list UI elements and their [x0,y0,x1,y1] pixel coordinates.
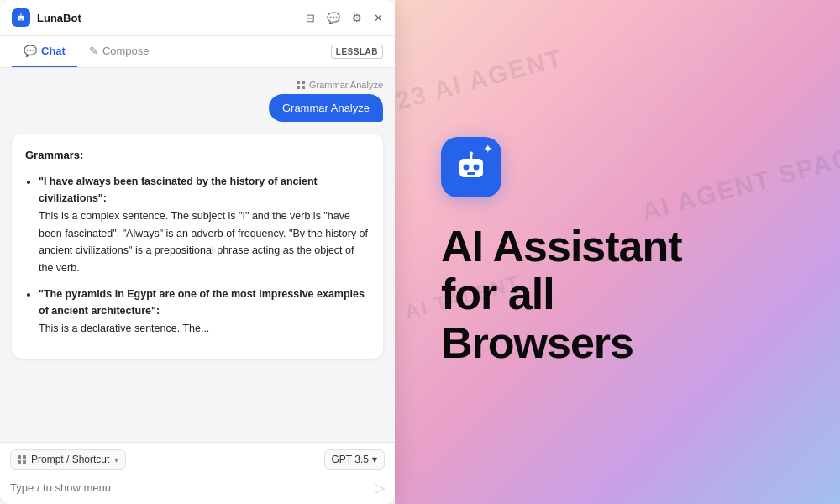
svg-point-8 [474,165,480,171]
input-row: ▷ [10,475,385,501]
bottom-toolbar: Prompt / Shortcut ▾ GPT 3.5 ▾ ▷ [0,442,395,504]
grammar-explanation-1: This is a complex sentence. The subject … [39,210,368,274]
svg-rect-9 [467,172,475,175]
grammar-item-2: "The pyramids in Egypt are one of the mo… [39,286,370,338]
close-icon[interactable]: ✕ [374,12,383,24]
hero-line-1: AI Assistant [441,223,682,270]
right-content: ✦ AI Assistant for all Browsers [441,137,794,367]
chat-tab-icon: 💬 [24,45,37,57]
user-message-container: Grammar Analyze Grammar Analyze [12,80,383,122]
settings-icon[interactable]: ⚙ [352,12,362,24]
prompt-chevron-icon: ▾ [114,455,118,465]
svg-point-1 [19,18,21,19]
hero-line-3: Browsers [441,319,682,367]
prompt-selector[interactable]: Prompt / Shortcut ▾ [10,449,126,470]
svg-point-5 [20,13,21,14]
grammar-quote-2: "The pyramids in Egypt are one of the mo… [39,288,365,318]
message-icon[interactable]: 💬 [327,12,340,24]
message-label: Grammar Analyze [297,80,383,90]
grammar-quote-1: "I have always been fascinated by the hi… [39,176,318,205]
gpt-label: GPT 3.5 [332,454,369,465]
svg-point-11 [470,152,473,155]
minimize-icon[interactable]: ⊟ [306,12,315,24]
grammar-item-1: "I have always been fascinated by the hi… [39,173,370,277]
title-bar: LunaBot ⊟ 💬 ⚙ ✕ [0,0,395,36]
compose-tab-icon: ✎ [89,45,98,57]
prompt-grid-icon [18,455,26,464]
window-controls: ⊟ 💬 ⚙ ✕ [306,12,383,24]
grammar-list: "I have always been fascinated by the hi… [25,173,370,338]
svg-point-7 [464,165,470,171]
tab-bar: 💬 Chat ✎ Compose LESSLAB [0,36,395,68]
svg-rect-3 [20,19,22,20]
user-message-label-text: Grammar Analyze [309,80,383,90]
svg-point-2 [22,18,24,19]
app-branding: LunaBot [12,8,81,27]
grid-icon [297,81,305,89]
send-button[interactable]: ▷ [375,480,385,496]
chat-input[interactable] [10,481,368,494]
app-name: LunaBot [37,12,81,24]
robot-icon [15,12,27,24]
chat-area[interactable]: Grammar Analyze Grammar Analyze Grammars… [0,68,395,442]
hero-line-2: for all [441,270,682,318]
sparkle-icon: ✦ [483,142,496,155]
grammars-title: Grammars: [25,147,370,165]
gpt-selector[interactable]: GPT 3.5 ▾ [324,449,385,470]
lesslab-badge: LESSLAB [331,45,383,59]
grammar-explanation-2: This is a declarative sentence. The... [39,323,209,334]
lunabot-logo: ✦ [441,137,501,197]
app-icon [12,8,30,27]
tab-chat-label: Chat [41,45,66,57]
chat-panel: 323 AI AGENT SPACE AI AGENT SPACE LunaBo… [0,0,395,504]
user-message-bubble: Grammar Analyze [269,94,383,122]
hero-title: AI Assistant for all Browsers [441,223,682,367]
tabs-container: 💬 Chat ✎ Compose [12,36,161,67]
tab-compose-label: Compose [102,45,150,57]
tab-chat[interactable]: 💬 Chat [12,36,77,67]
ai-response-card: Grammars: "I have always been fascinated… [12,134,383,359]
gpt-chevron-icon: ▾ [372,454,377,465]
toolbar-top: Prompt / Shortcut ▾ GPT 3.5 ▾ [10,449,385,470]
prompt-label: Prompt / Shortcut [31,454,109,465]
marketing-panel: 323 AI AGENT AI AGENT SPACE AI TALENT ✦ … [395,0,840,504]
tab-compose[interactable]: ✎ Compose [77,36,161,67]
